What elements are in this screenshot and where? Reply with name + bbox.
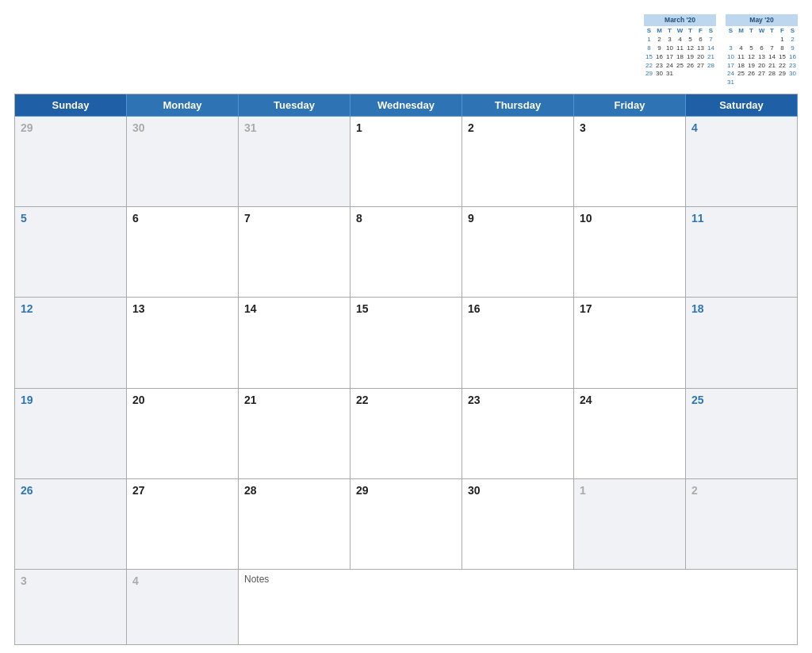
col-header-thursday: Thursday — [462, 94, 574, 117]
day-number: 19 — [21, 394, 33, 406]
notes-row: 34Notes — [15, 570, 798, 645]
mini-cal-title-march: March '20 — [644, 14, 716, 26]
day-number: 20 — [132, 394, 145, 406]
day-number: 3 — [21, 574, 27, 587]
day-number: 24 — [580, 394, 592, 406]
notes-label: Notes — [244, 574, 269, 585]
cal-cell[interactable]: 3 — [574, 117, 686, 207]
day-number: 10 — [580, 212, 592, 225]
calendar-body: 2930311234567891011121314151617181920212… — [15, 117, 798, 645]
day-number: 3 — [580, 121, 586, 134]
cal-cell[interactable]: 1 — [350, 117, 462, 207]
cal-cell[interactable]: 31 — [239, 117, 350, 207]
day-number: 25 — [691, 394, 704, 406]
calendar-row-4: 262728293012 — [15, 479, 798, 570]
cal-cell[interactable]: 1 — [574, 479, 686, 570]
col-header-monday: Monday — [127, 94, 239, 117]
cal-cell[interactable]: 8 — [350, 207, 462, 298]
day-number: 7 — [244, 212, 251, 225]
page: March '20SMTWTFS123456789101112131415161… — [0, 0, 812, 653]
cal-cell[interactable]: 27 — [127, 479, 239, 570]
day-number: 23 — [468, 394, 481, 406]
cal-cell[interactable]: 19 — [15, 389, 127, 479]
cal-cell[interactable]: 20 — [127, 389, 239, 479]
calendar-row-1: 567891011 — [15, 207, 798, 298]
day-number: 6 — [132, 212, 139, 225]
day-number: 30 — [132, 121, 145, 134]
cal-cell[interactable]: 23 — [462, 389, 574, 479]
cal-cell[interactable]: 11 — [686, 207, 798, 298]
day-number: 14 — [244, 302, 257, 315]
cal-cell[interactable]: 29 — [15, 117, 127, 207]
cal-cell[interactable]: 5 — [15, 207, 127, 298]
calendar-header-row: SundayMondayTuesdayWednesdayThursdayFrid… — [15, 94, 798, 117]
cal-cell[interactable]: 14 — [239, 298, 350, 388]
col-header-tuesday: Tuesday — [239, 94, 350, 117]
cal-cell[interactable]: 18 — [686, 298, 798, 388]
day-number: 8 — [356, 212, 362, 225]
day-number: 4 — [132, 574, 139, 587]
day-number: 21 — [244, 394, 257, 406]
day-number: 15 — [356, 302, 369, 315]
col-header-wednesday: Wednesday — [350, 94, 462, 117]
mini-calendars: March '20SMTWTFS123456789101112131415161… — [644, 14, 798, 87]
day-number: 12 — [21, 302, 33, 315]
day-number: 27 — [132, 484, 145, 497]
cal-cell[interactable]: 29 — [350, 479, 462, 570]
header: March '20SMTWTFS123456789101112131415161… — [14, 14, 798, 87]
cal-cell[interactable]: 15 — [350, 298, 462, 388]
day-number: 22 — [356, 394, 369, 406]
notes-row-cell-1[interactable]: 4 — [127, 570, 239, 645]
col-header-saturday: Saturday — [686, 94, 798, 117]
mini-cal-may: May '20SMTWTFS12345678910111213141516171… — [726, 14, 798, 87]
col-header-friday: Friday — [574, 94, 686, 117]
day-number: 28 — [244, 484, 257, 497]
day-number: 2 — [468, 121, 474, 134]
cal-cell[interactable]: 28 — [239, 479, 350, 570]
day-number: 11 — [691, 212, 704, 225]
day-number: 5 — [21, 212, 27, 225]
cal-cell[interactable]: 7 — [239, 207, 350, 298]
notes-cell[interactable]: Notes — [239, 570, 798, 645]
day-number: 29 — [21, 121, 33, 134]
day-number: 29 — [356, 484, 369, 497]
day-number: 31 — [244, 121, 257, 134]
cal-cell[interactable]: 30 — [462, 479, 574, 570]
calendar-row-0: 2930311234 — [15, 117, 798, 207]
day-number: 26 — [21, 484, 33, 497]
cal-cell[interactable]: 9 — [462, 207, 574, 298]
calendar-row-3: 19202122232425 — [15, 389, 798, 479]
day-number: 1 — [580, 484, 586, 497]
cal-cell[interactable]: 22 — [350, 389, 462, 479]
cal-cell[interactable]: 2 — [462, 117, 574, 207]
day-number: 4 — [691, 121, 698, 134]
day-number: 9 — [468, 212, 474, 225]
notes-row-cell-0[interactable]: 3 — [15, 570, 127, 645]
cal-cell[interactable]: 25 — [686, 389, 798, 479]
cal-cell[interactable]: 2 — [686, 479, 798, 570]
mini-cal-march: March '20SMTWTFS123456789101112131415161… — [644, 14, 716, 87]
main-calendar: SundayMondayTuesdayWednesdayThursdayFrid… — [14, 94, 798, 645]
cal-cell[interactable]: 26 — [15, 479, 127, 570]
col-header-sunday: Sunday — [15, 94, 127, 117]
day-number: 17 — [580, 302, 592, 315]
cal-cell[interactable]: 24 — [574, 389, 686, 479]
cal-cell[interactable]: 6 — [127, 207, 239, 298]
cal-cell[interactable]: 13 — [127, 298, 239, 388]
cal-cell[interactable]: 12 — [15, 298, 127, 388]
cal-cell[interactable]: 10 — [574, 207, 686, 298]
calendar-row-2: 12131415161718 — [15, 298, 798, 388]
cal-cell[interactable]: 21 — [239, 389, 350, 479]
mini-cal-title-may: May '20 — [726, 14, 798, 26]
day-number: 1 — [356, 121, 362, 134]
cal-cell[interactable]: 17 — [574, 298, 686, 388]
cal-cell[interactable]: 30 — [127, 117, 239, 207]
cal-cell[interactable]: 16 — [462, 298, 574, 388]
day-number: 30 — [468, 484, 481, 497]
day-number: 18 — [691, 302, 704, 315]
cal-cell[interactable]: 4 — [686, 117, 798, 207]
day-number: 16 — [468, 302, 481, 315]
day-number: 2 — [691, 484, 698, 497]
day-number: 13 — [132, 302, 145, 315]
